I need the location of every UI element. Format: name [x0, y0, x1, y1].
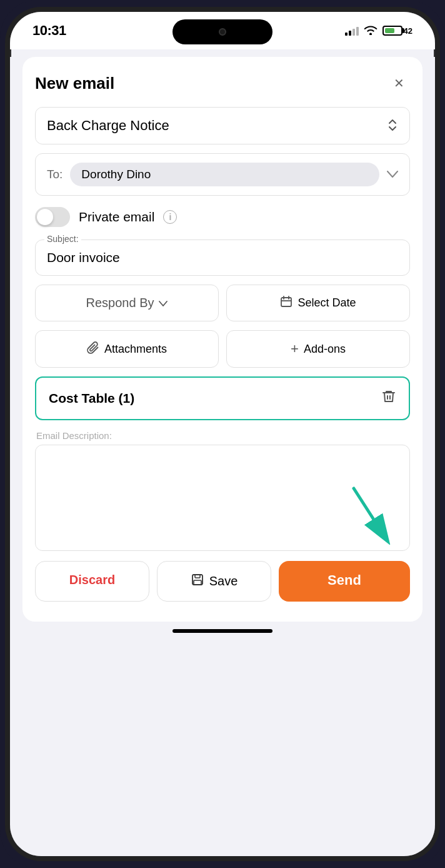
bottom-buttons: Discard Save Send: [35, 561, 410, 607]
template-value: Back Charge Notice: [47, 118, 169, 134]
plus-icon: +: [291, 341, 299, 357]
respond-by-button[interactable]: Respond By: [35, 285, 219, 321]
select-date-button[interactable]: Select Date: [226, 285, 410, 321]
addons-button[interactable]: + Add-ons: [226, 330, 410, 368]
info-icon[interactable]: i: [163, 210, 177, 224]
to-label: To:: [47, 168, 62, 181]
close-icon: ✕: [394, 76, 404, 91]
select-date-label: Select Date: [298, 296, 356, 310]
new-email-modal: New email ✕ Back Charge Notice: [22, 57, 422, 622]
cost-table-card[interactable]: Cost Table (1): [35, 376, 410, 420]
respond-by-chevron-icon: [159, 296, 168, 310]
phone-frame: 10:31: [0, 0, 445, 868]
subject-field-value: Door invoice: [47, 250, 120, 265]
battery-body: [382, 26, 402, 36]
attachments-label: Attachments: [104, 343, 167, 356]
save-label: Save: [209, 574, 238, 588]
attachments-button[interactable]: Attachments: [35, 330, 219, 368]
dynamic-island: [172, 19, 272, 44]
phone-screen: 10:31: [10, 12, 435, 856]
signal-bar-2: [349, 31, 351, 36]
private-email-toggle[interactable]: [35, 207, 70, 227]
respond-by-row: Respond By: [35, 285, 410, 321]
trash-icon[interactable]: [381, 389, 396, 408]
respond-by-label: Respond By: [86, 296, 154, 310]
battery-fill: [385, 28, 395, 33]
save-icon: [191, 573, 204, 590]
signal-bar-3: [352, 29, 355, 36]
toggle-thumb: [37, 209, 53, 225]
private-email-label: Private email: [79, 209, 154, 225]
to-chevron-icon: [387, 168, 398, 181]
discard-button[interactable]: Discard: [35, 561, 149, 602]
save-button[interactable]: Save: [157, 561, 271, 602]
battery-icon: 42: [382, 26, 412, 36]
close-button[interactable]: ✕: [388, 72, 410, 94]
svg-line-2: [354, 488, 382, 532]
svg-rect-0: [281, 298, 291, 306]
send-button[interactable]: Send: [279, 561, 410, 602]
cost-table-label: Cost Table (1): [49, 391, 134, 406]
template-dropdown[interactable]: Back Charge Notice: [35, 107, 410, 144]
battery-level: 42: [404, 26, 412, 36]
modal-header: New email ✕: [35, 72, 410, 94]
chevron-updown-icon: [387, 118, 398, 134]
arrow-indicator: [348, 482, 391, 545]
addons-label: Add-ons: [304, 343, 346, 356]
attachments-row: Attachments + Add-ons: [35, 330, 410, 368]
subject-field[interactable]: Subject: Door invoice: [35, 240, 410, 276]
wifi-icon: [364, 25, 378, 37]
recipient-chip[interactable]: Dorothy Dino: [70, 163, 379, 186]
status-icons: 42: [345, 25, 412, 37]
page-background: New email ✕ Back Charge Notice: [10, 57, 435, 856]
modal-title: New email: [35, 74, 114, 93]
to-field[interactable]: To: Dorothy Dino: [35, 153, 410, 196]
email-desc-label: Email Description:: [35, 430, 410, 441]
email-desc-container: [35, 445, 410, 551]
signal-icon: [345, 26, 359, 36]
svg-rect-4: [195, 575, 200, 578]
email-description-section: Email Description:: [35, 430, 410, 551]
svg-rect-5: [194, 580, 201, 585]
home-indicator: [172, 629, 272, 633]
signal-bar-4: [356, 27, 359, 36]
status-bar: 10:31: [10, 12, 435, 49]
private-email-row: Private email i: [35, 204, 410, 230]
status-time: 10:31: [32, 23, 66, 39]
calendar-icon: [280, 295, 292, 311]
signal-bar-1: [345, 33, 348, 36]
paperclip-icon: [87, 341, 99, 357]
camera-indicator: [219, 28, 226, 36]
subject-field-label: Subject:: [44, 234, 81, 244]
